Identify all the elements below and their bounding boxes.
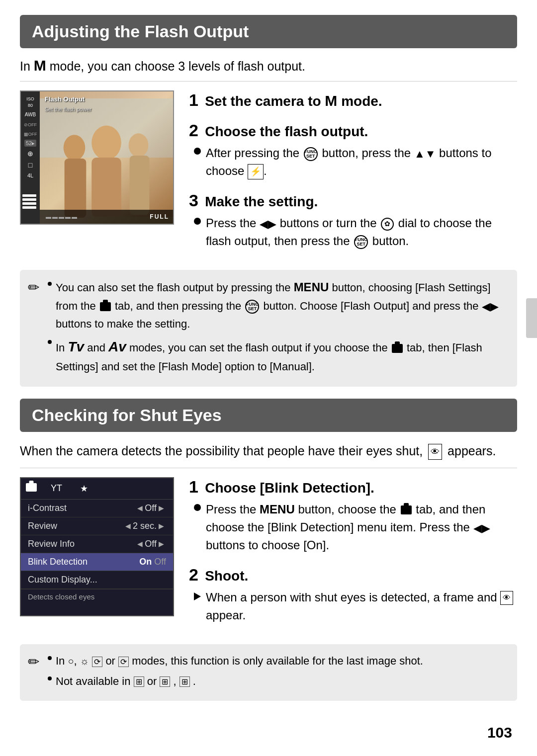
blink-icon: 👁 xyxy=(428,444,442,460)
dial-icon: ✿ xyxy=(381,218,394,231)
camera-tab-icon3 xyxy=(401,505,412,514)
menu-row-label-blink: Blink Detection xyxy=(28,557,139,567)
lcd-icon-awb: AWB xyxy=(25,111,36,118)
section2-step2: 2 Shoot. When a person with shut eyes is… xyxy=(189,565,517,624)
section1-step1: 1 Set the camera to M mode. xyxy=(189,90,517,110)
note1-bullet2: In Tv and Av modes, you can set the flas… xyxy=(48,336,507,376)
step2-content: After pressing the FUNCSET button, press… xyxy=(189,144,517,180)
stitch-icon3: ⊞ xyxy=(179,676,190,687)
section2-title: Checking for Shut Eyes xyxy=(32,406,222,424)
bullet-dot xyxy=(194,148,201,155)
lcd-icon-target: ⊕ xyxy=(27,150,33,158)
rotate-icon2: ⟳ xyxy=(118,657,129,667)
note2-bullet1: In ○, ☼ ⟳ or ⟳ modes, this function is o… xyxy=(48,652,507,670)
section2-header: Checking for Shut Eyes xyxy=(20,399,517,432)
menu-row-custom: Custom Display... xyxy=(21,571,173,589)
menu-row-icontrast: i-Contrast ◀ Off ▶ xyxy=(21,500,173,517)
step3-bullet1: Press the ◀▶ buttons or turn the ✿ dial … xyxy=(194,214,517,250)
page-number: 103 xyxy=(487,724,512,741)
menu-row-review: Review ◀ 2 sec. ▶ xyxy=(21,517,173,535)
svg-point-6 xyxy=(129,133,149,157)
arrow-lr-icon3: ◀▶ xyxy=(473,520,490,536)
section1-step3: 3 Make the setting. Press the ◀▶ buttons… xyxy=(189,191,517,250)
arrow-lr-icon2: ◀▶ xyxy=(482,298,499,315)
menu-row-blink: Blink Detection On Off xyxy=(21,553,173,571)
lcd-overlay-text: Flash Output xyxy=(45,95,85,103)
step1-number: 1 xyxy=(189,90,198,110)
page-number-text: 103 xyxy=(487,724,512,741)
menu-icon2: MENU xyxy=(260,503,295,516)
mode-m-icon: M xyxy=(34,57,46,74)
note-bullet-dot2 xyxy=(48,340,52,344)
menu-row-reviewinfo: Review Info ◀ Off ▶ xyxy=(21,535,173,553)
section2-intro: When the camera detects the possibility … xyxy=(20,441,517,468)
lcd-bottom-bar: ▬▬▬▬▬ FULL xyxy=(40,210,173,224)
step3-bullet1-text: Press the ◀▶ buttons or turn the ✿ dial … xyxy=(206,214,517,250)
func-set-icon2: FUNCSET xyxy=(354,235,368,249)
lcd-battery xyxy=(22,194,36,209)
lcd-sidebar: ISO80 AWB ⊘OFF ▩OFF 52▸ ⊕ □ 4L xyxy=(21,91,40,224)
section2-step2-number: 2 xyxy=(189,565,198,585)
section2-step1: 1 Choose [Blink Detection]. Press the ME… xyxy=(189,477,517,554)
arrow-lr-icon: ◀▶ xyxy=(260,216,276,232)
page-container: Adjusting the Flash Output In M mode, yo… xyxy=(0,0,537,756)
section2-step2-text: When a person with shut eyes is detected… xyxy=(206,588,517,624)
stitch-icon1: ⊞ xyxy=(134,676,144,687)
menu-row-label-reviewinfo: Review Info xyxy=(28,539,135,549)
section2-note-box: ✏ In ○, ☼ ⟳ or ⟳ modes, this function is… xyxy=(20,644,517,701)
svg-rect-3 xyxy=(91,158,121,217)
section2-step1-title: Choose [Blink Detection]. xyxy=(205,480,374,496)
arrow-right-review: ▶ xyxy=(159,522,164,530)
pencil-icon: ✏ xyxy=(28,277,39,299)
step2-number: 2 xyxy=(189,121,198,140)
tv-icon: Tv xyxy=(68,339,84,354)
menu-row-value-reviewinfo: Off xyxy=(145,539,157,549)
menu-row-label-custom: Custom Display... xyxy=(28,575,166,585)
section2-step1-bullet1: Press the MENU button, choose the tab, a… xyxy=(194,501,517,554)
menu-footer-text: Detects closed eyes xyxy=(28,592,94,601)
func-set-icon: FUNCSET xyxy=(304,147,318,161)
note1-text1: You can also set the flash output by pre… xyxy=(56,278,507,333)
menu-row-value-review: 2 sec. xyxy=(133,521,157,531)
step3-title: Make the setting. xyxy=(205,194,318,209)
camera-image-box: ISO80 AWB ⊘OFF ▩OFF 52▸ ⊕ □ 4L xyxy=(20,90,174,225)
svg-rect-7 xyxy=(130,156,150,215)
section1-step2: 2 Choose the flash output. After pressin… xyxy=(189,121,517,180)
svg-point-2 xyxy=(91,125,121,160)
section2-steps-area: YT ★ i-Contrast ◀ Off ▶ Review ◀ 2 sec. xyxy=(20,477,517,635)
section2: Checking for Shut Eyes When the camera d… xyxy=(20,399,517,701)
svg-point-4 xyxy=(64,135,86,161)
note2-text1: In ○, ☼ ⟳ or ⟳ modes, this function is o… xyxy=(56,652,423,670)
lcd-icon-square: □ xyxy=(28,161,32,169)
arrow-right-icontrast: ▶ xyxy=(159,504,164,512)
step2-bullet1-text: After pressing the FUNCSET button, press… xyxy=(206,144,517,180)
note1-bullet1: You can also set the flash output by pre… xyxy=(48,278,507,333)
menu-tab-yt: YT xyxy=(47,481,66,496)
lcd-main-photo: Flash Output Set the flash power ▬▬▬▬▬ F… xyxy=(40,91,173,224)
lcd-icon-4l: 4L xyxy=(27,172,33,179)
step1-title: Set the camera to M mode. xyxy=(205,93,382,109)
menu-rows: i-Contrast ◀ Off ▶ Review ◀ 2 sec. ▶ Rev… xyxy=(21,500,173,589)
lcd-icon-iso: ISO80 xyxy=(26,95,34,108)
menu-row-value-icontrast: Off xyxy=(145,503,157,513)
triangle-right-icon xyxy=(194,592,201,600)
lcd-icon-52: 52▸ xyxy=(24,140,36,147)
section1-note-box: ✏ You can also set the flash output by p… xyxy=(20,270,517,386)
rotate-icon: ⟳ xyxy=(92,657,102,667)
menu-row-value-blink: On Off xyxy=(139,557,166,567)
section1-header: Adjusting the Flash Output xyxy=(20,15,517,48)
bullet-dot2 xyxy=(194,218,201,225)
menu-tab-bar: YT ★ xyxy=(21,478,173,500)
camera-tab-icon2 xyxy=(392,344,403,353)
note-bullet-dot3 xyxy=(48,656,52,660)
arrow-ud-icon: ▲▼ xyxy=(414,146,436,162)
section1-steps-area: ISO80 AWB ⊘OFF ▩OFF 52▸ ⊕ □ 4L xyxy=(20,90,517,261)
step3-content: Press the ◀▶ buttons or turn the ✿ dial … xyxy=(189,214,517,250)
stitch-icon2: ⊞ xyxy=(160,676,170,687)
arrow-left-reviewinfo: ◀ xyxy=(137,540,143,548)
menu-icon: MENU xyxy=(294,280,329,294)
step2-bullet1: After pressing the FUNCSET button, press… xyxy=(194,144,517,180)
note1-text2: In Tv and Av modes, you can set the flas… xyxy=(56,336,507,376)
camera-tab-icon xyxy=(100,302,111,311)
section2-step1-text: Press the MENU button, choose the tab, a… xyxy=(206,501,517,554)
